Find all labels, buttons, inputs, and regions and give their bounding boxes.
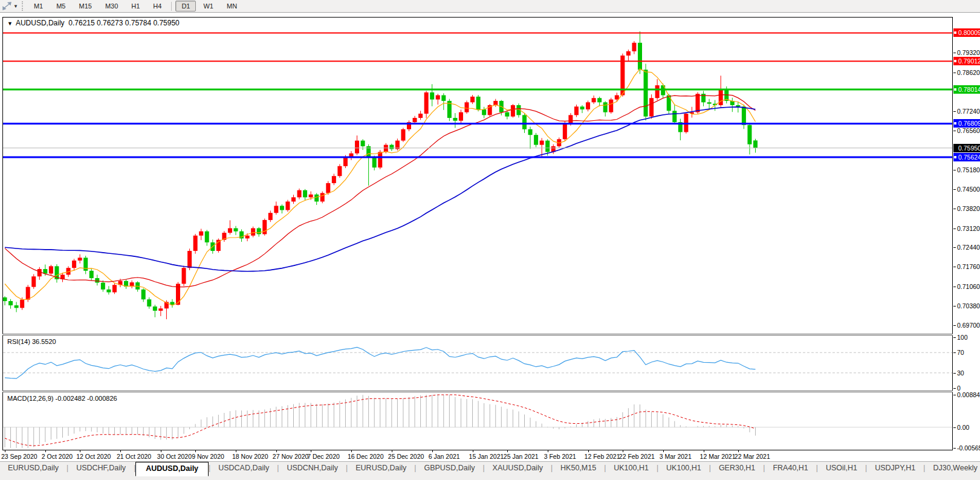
date-tick-mark: [392, 450, 392, 452]
timeframe-button-mn[interactable]: MN: [221, 1, 243, 11]
date-tick-mark: [161, 450, 161, 452]
date-tick-mark: [276, 450, 277, 452]
date-tick-mark: [738, 450, 739, 452]
timeframe-button-w1[interactable]: W1: [197, 1, 219, 11]
chart-tab-dj30-weekly[interactable]: DJ30,Weekly: [925, 462, 980, 475]
macd-label: MACD(12,26,9) -0.002482 -0.000826: [7, 395, 117, 402]
price-tick-label: 0.79320: [957, 49, 980, 56]
tag-notch: [954, 88, 956, 91]
price-tick-mark: [953, 73, 956, 73]
pane-divider[interactable]: [2, 391, 953, 392]
symbol-period-label: AUDUSD,Daily: [16, 19, 65, 27]
chart-tab-gbpusd-daily[interactable]: GBPUSD,Daily: [416, 462, 482, 475]
timeframe-button-m1[interactable]: M1: [28, 1, 49, 11]
date-tick-label: 2 Oct 2020: [42, 453, 73, 460]
rsi-pane-canvas[interactable]: [3, 336, 952, 391]
date-tick-mark: [311, 450, 311, 452]
tag-notch: [954, 156, 956, 158]
chart-tab-eurusd-daily[interactable]: EURUSD,Daily: [348, 462, 414, 475]
rsi-tick-label: 100: [957, 334, 968, 341]
date-tick-label: 7 Dec 2020: [307, 453, 340, 460]
date-tick-mark: [432, 450, 433, 452]
price-tick-label: 0.73820: [957, 205, 980, 212]
chart-tab-fra40-h1[interactable]: FRA40,H1: [765, 462, 816, 475]
date-tick-mark: [80, 450, 80, 452]
chart-tab-usoil-h1[interactable]: USOil,H1: [818, 462, 865, 475]
date-tick-label: 6 Jan 2021: [429, 453, 460, 460]
price-tick-mark: [953, 189, 956, 190]
date-tick-label: 12 Feb 2021: [585, 453, 620, 460]
pane-divider[interactable]: [2, 334, 953, 336]
chart-tab-ger30-h1[interactable]: GER30,H1: [711, 462, 763, 475]
date-tick-mark: [5, 450, 5, 452]
date-tick-label: 12 Mar 2021: [700, 453, 736, 460]
price-tick-label: 0.77240: [957, 108, 980, 115]
current-price-tag: 0.75950: [953, 144, 980, 152]
rsi-tick-label: 30: [957, 369, 964, 377]
timeframe-button-d1[interactable]: D1: [175, 1, 196, 11]
date-tick-label: 25 Jan 2021: [504, 453, 539, 460]
date-tick-label: 22 Mar 2021: [735, 453, 770, 460]
date-tick-label: 16 Dec 2020: [348, 453, 384, 460]
price-tick-label: 0.73120: [957, 225, 980, 232]
timeframe-button-m30[interactable]: M30: [99, 1, 124, 11]
date-tick-label: 21 Oct 2020: [117, 453, 151, 460]
price-tick-mark: [953, 209, 956, 209]
chart-tab-usdcnh-daily[interactable]: USDCNH,Daily: [279, 462, 346, 475]
chart-tab-usdchf-daily[interactable]: USDCHF,Daily: [68, 462, 134, 475]
rsi-tick-mark: [953, 373, 956, 374]
date-tick-mark: [236, 450, 236, 452]
date-tick-label: 15 Jan 2021: [469, 453, 504, 460]
timeframe-button-group: M1M5M15M30H1H4D1W1MN: [27, 1, 244, 11]
main-chart-canvas[interactable]: [3, 18, 952, 334]
date-tick-label: 30 Oct 2020: [157, 453, 192, 460]
price-tick-label: 0.76560: [957, 127, 980, 134]
collapse-triangle-icon[interactable]: ▼: [7, 21, 13, 27]
chart-tab-audusd-daily[interactable]: AUDUSD,Daily: [135, 462, 209, 476]
date-tick-label: 22 Feb 2021: [619, 453, 655, 460]
chart-tab-uk100-h1[interactable]: UK100,H1: [658, 462, 709, 475]
timeframe-button-m5[interactable]: M5: [50, 1, 71, 11]
chart-tab-eurusd-daily[interactable]: EURUSD,Daily: [0, 462, 67, 475]
chart-tab-usdcad-daily[interactable]: USDCAD,Daily: [210, 462, 277, 475]
timeframe-button-h4[interactable]: H4: [147, 1, 167, 11]
timeframe-button-m15[interactable]: M15: [73, 1, 97, 11]
date-tick-label: 25 Dec 2020: [388, 453, 424, 460]
date-tick-label: 3 Feb 2021: [544, 453, 576, 460]
chart-window: ▼AUDUSD,Daily 0.76215 0.76273 0.75784 0.…: [0, 13, 980, 461]
price-tick-label: 0.78620: [957, 69, 980, 76]
cursor-tool-button[interactable]: ▼: [0, 0, 21, 12]
date-tick-mark: [623, 450, 623, 452]
date-tick-mark: [351, 450, 352, 452]
level-price-tag: 0.78014: [953, 85, 980, 94]
level-price-tag: 0.75624: [953, 153, 980, 161]
tag-notch: [954, 31, 956, 34]
price-tick-label: 0.71760: [957, 263, 980, 270]
chart-tab-bar: EURUSD,Daily|USDCHF,Daily|AUDUSD,Daily|U…: [0, 461, 980, 480]
tag-notch: [954, 60, 956, 62]
date-tick-label: 18 Nov 2020: [232, 453, 268, 460]
chart-tab-xauusd-daily[interactable]: XAUUSD,Daily: [485, 462, 551, 475]
toolbar-grip: [22, 1, 25, 11]
chart-tab-hk50-m15[interactable]: HK50,M15: [553, 462, 604, 475]
date-axis[interactable]: 23 Sep 20202 Oct 202012 Oct 202021 Oct 2…: [0, 450, 980, 461]
chart-tab-usdjpy-h1[interactable]: USDJPY,H1: [867, 462, 923, 475]
price-tick-mark: [953, 53, 956, 53]
date-tick-mark: [473, 450, 473, 452]
chevron-down-icon: ▼: [13, 4, 18, 9]
price-tick-mark: [953, 325, 956, 326]
price-tick-mark: [953, 170, 956, 170]
rsi-tick-mark: [953, 352, 956, 353]
timeframe-button-h1[interactable]: H1: [125, 1, 146, 11]
date-tick-label: 3 Mar 2021: [660, 453, 692, 460]
chart-title: ▼AUDUSD,Daily 0.76215 0.76273 0.75784 0.…: [7, 19, 180, 27]
price-tick-label: 0.75180: [957, 166, 980, 174]
date-tick-label: 9 Nov 2020: [192, 453, 224, 460]
date-tick-mark: [45, 450, 46, 452]
toolbar-separator: [171, 2, 172, 11]
macd-pane-canvas[interactable]: [3, 393, 952, 450]
price-tick-mark: [953, 267, 956, 267]
price-axis[interactable]: 0.793200.786200.779400.772400.765600.758…: [953, 17, 980, 450]
date-tick-label: 23 Sep 2020: [1, 453, 37, 460]
chart-tab-uk100-h1[interactable]: UK100,H1: [606, 462, 657, 475]
